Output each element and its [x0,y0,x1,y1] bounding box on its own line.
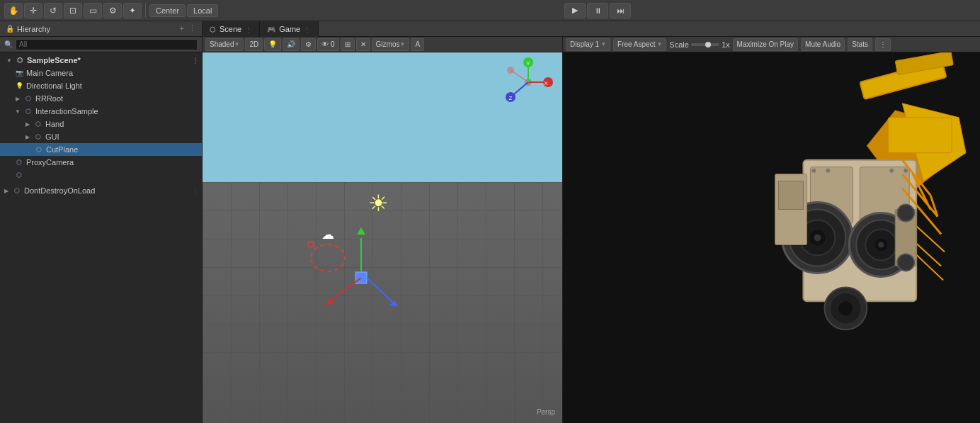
shading-arrow: ▼ [234,41,239,47]
game-dots-icon: ⋮ [879,40,887,48]
scene-dots[interactable]: ⋮ [192,57,199,64]
move-tool-btn[interactable]: ✛ [24,3,42,18]
camera-icon: 📷 [14,68,24,78]
gui-expand: ▶ [24,133,31,140]
scale-tool-btn[interactable]: ⊡ [64,3,82,18]
maximize-on-play-btn[interactable]: Maximize On Play [733,38,799,51]
dont-destroy-dots[interactable]: ⋮ [192,187,199,195]
custom-tool-btn[interactable]: ✦ [123,3,142,18]
audio-btn[interactable]: 🔊 [283,38,300,51]
gui-label: GUI [45,132,59,141]
hierarchy-dots-icon[interactable]: ⋮ [188,24,196,33]
gizmos-arrow: ▼ [399,41,405,47]
svg-rect-48 [778,181,803,210]
cutplane-icon: ⬡ [34,145,44,154]
svg-marker-18 [389,300,398,306]
game-tab[interactable]: 🎮 Game ⋮ [260,21,319,37]
scene-search-icon: A [415,40,420,48]
grid-icon: ⊞ [345,40,351,48]
hierarchy-search-input[interactable] [16,39,198,50]
lighting-icon: 💡 [268,40,277,48]
aspect-dropdown[interactable]: Free Aspect ▼ [613,38,666,51]
hierarchy-header-icons: + ⋮ [180,24,196,33]
scene-tab-icon: ⬡ [210,26,216,33]
proxy-camera-label: ProxyCamera [26,158,74,167]
gui-icon: ⬡ [33,132,43,142]
shading-dropdown[interactable]: Shaded ▼ [205,38,244,51]
fx-btn[interactable]: ⚙ [301,38,316,51]
hand-label: Hand [45,120,64,128]
interaction-sample-label: InteractionSample [35,107,98,115]
svg-point-56 [897,205,914,222]
hierarchy-item-main-camera[interactable]: 📷 Main Camera [0,67,202,79]
scene-toolbar: Shaded ▼ 2D 💡 🔊 ⚙ [203,37,562,52]
hierarchy-search-bar: 🔍 [0,37,202,52]
play-controls: ▶ ⏸ ⏭ [564,3,631,18]
hierarchy-item-gui[interactable]: ▶ ⬡ GUI [0,130,202,143]
hierarchy-scene-root[interactable]: ▼ ⬡ SampleScene* ⋮ [0,54,202,67]
hierarchy-item-directional-light[interactable]: 💡 Directional Light [0,79,202,92]
scale-value: 1x [722,40,730,49]
svg-point-54 [904,169,908,173]
hierarchy-item-rrroot[interactable]: ▶ ⬡ RRRoot [0,92,202,105]
step-btn[interactable]: ⏭ [610,3,631,18]
scene-x-btn[interactable]: ✕ [356,38,370,51]
aspect-arrow: ▼ [656,41,662,47]
hierarchy-item-hand[interactable]: ▶ ⬡ Hand [0,118,202,130]
hand-tool-btn[interactable]: ✋ [4,3,23,18]
hierarchy-item-empty[interactable]: ⬡ [0,169,202,181]
scale-control: Scale 1x [669,40,729,49]
hierarchy-item-proxy-camera[interactable]: ⬡ ProxyCamera [0,156,202,169]
game-canvas[interactable] [563,52,980,423]
lighting-btn[interactable]: 💡 [264,38,281,51]
game-tab-label: Game [279,25,300,33]
center-panel: ⬡ Scene ⋮ 🎮 Game ⋮ Shaded ▼ [203,21,980,423]
maximize-on-play-label: Maximize On Play [737,40,794,48]
svg-rect-21 [888,118,952,153]
scene-visibility-btn[interactable]: 👁 0 [317,38,338,51]
pause-btn[interactable]: ⏸ [587,3,608,18]
play-btn[interactable]: ▶ [564,3,586,18]
pivot-local-btn[interactable]: Local [187,4,218,17]
dont-destroy-label: DontDestroyOnLoad [24,186,95,195]
scene-grid-btn[interactable]: ⊞ [341,38,355,51]
game-view: Display 1 ▼ Free Aspect ▼ Scale 1x [562,37,980,423]
game-toolbar: Display 1 ▼ Free Aspect ▼ Scale 1x [563,37,980,52]
game-tab-icon: 🎮 [267,26,275,33]
game-tab-dots[interactable]: ⋮ [304,26,311,33]
light-icon: 💡 [14,81,24,91]
scale-slider[interactable] [691,43,719,46]
display-label: Display 1 [570,40,599,48]
multi-tool-btn[interactable]: ⚙ [103,3,122,18]
stats-btn[interactable]: Stats [848,38,872,51]
2d-btn[interactable]: 2D [245,38,263,51]
scale-label: Scale [669,40,689,49]
view-tabs: ⬡ Scene ⋮ 🎮 Game ⋮ [203,21,980,37]
scene-tab[interactable]: ⬡ Scene ⋮ [203,21,260,37]
gizmos-dropdown[interactable]: Gizmos ▼ [372,38,410,51]
display-dropdown[interactable]: Display 1 ▼ [566,38,610,51]
rect-tool-btn[interactable]: ▭ [84,3,102,18]
views-container: Shaded ▼ 2D 💡 🔊 ⚙ [203,37,980,423]
game-dots-btn[interactable]: ⋮ [875,38,891,51]
scene-view: Shaded ▼ 2D 💡 🔊 ⚙ [203,37,562,423]
hierarchy-item-cutplane[interactable]: ⬡ CutPlane [0,143,202,156]
hierarchy-add-icon[interactable]: + [180,24,184,33]
scene-name-label: SampleScene* [27,56,81,64]
hierarchy-section-dont-destroy: ▶ ⬡ DontDestroyOnLoad ⋮ [0,184,202,197]
scene-expand-arrow: ▼ [6,57,13,64]
main-layout: 🔒 Hierarchy + ⋮ 🔍 ▼ ⬡ SampleScene* ⋮ 📷 M… [0,21,980,423]
interaction-expand: ▼ [14,108,21,115]
orientation-gizmo: X Y Z [502,56,555,109]
pivot-center-btn[interactable]: Center [149,4,186,17]
dont-destroy-expand[interactable]: ▶ [3,187,10,194]
rotate-tool-btn[interactable]: ↺ [44,3,62,18]
scene-canvas[interactable]: X Y Z ☀ [203,52,562,423]
scene-search-btn[interactable]: A [411,38,424,51]
svg-point-51 [811,169,816,173]
svg-point-37 [838,301,853,315]
empty-icon: ⬡ [14,170,24,180]
scene-tab-dots[interactable]: ⋮ [245,26,252,33]
hierarchy-item-interaction-sample[interactable]: ▼ ⬡ InteractionSample [0,105,202,118]
mute-audio-btn[interactable]: Mute Audio [801,38,845,51]
